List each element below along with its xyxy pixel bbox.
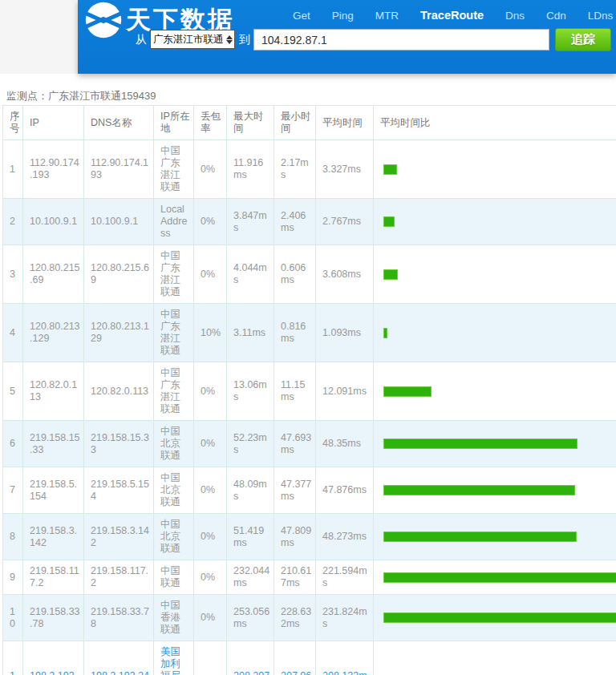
cell-min: 2.17ms [274,140,316,199]
nav-item-ping[interactable]: Ping [332,10,354,22]
bar-clip [383,269,616,280]
cell-no[interactable]: 11 [3,641,23,675]
cell-avg-time-ratio [374,467,616,514]
cell-avg: 1.093ms [316,304,374,362]
cell-min: 47.693ms [274,421,316,467]
cell-avg[interactable]: 208.133ms [316,641,374,675]
cell-no: 5 [3,362,23,421]
cell-loss: 0% [194,467,227,514]
cell-no: 1 [3,140,23,199]
to-label: 到 [239,33,250,47]
cell-avg: 3.608ms [316,245,374,304]
table-row: 7219.158.5.154219.158.5.154中国北京联通0%48.09… [3,467,616,514]
nav-item-mtr[interactable]: MTR [375,10,399,22]
cell-dns: 219.158.5.154 [84,467,154,514]
cell-avg-time-ratio [374,362,616,421]
cell-max: 3.11ms [227,304,274,362]
column-header: 平均时间 [316,106,374,140]
cell-dns: 120.80.213.129 [84,304,154,362]
bar-clip [383,439,616,449]
cell-avg: 12.091ms [316,362,374,421]
monitor-location-select[interactable]: 广东湛江市联通 [150,30,235,49]
cell-loss: 0% [194,421,227,467]
nav-item-ldns[interactable]: LDns [588,10,614,22]
cell-min[interactable]: 207.969ms [274,641,316,675]
from-label: 从 [136,33,147,47]
cell-no: 6 [3,421,23,467]
cell-location[interactable]: 美国加利福尼亚州圣何塞 [154,641,194,675]
column-header: 平均时间比 [374,106,616,140]
cell-no: 7 [3,467,23,514]
table-row: 9219.158.117.2219.158.117.2中国联通0%232.044… [3,560,616,595]
cell-max: 52.23ms [227,421,274,467]
cell-loss: 0% [194,140,227,199]
monitor-point-line: 监测点：广东湛江市联通159439 [6,89,156,103]
page: 天下数据 GetPingMTRTraceRouteDnsCdnLDns 从 广东… [0,0,616,675]
cell-dns: 112.90.174.193 [84,140,154,199]
cell-avg-time-ratio [374,560,616,595]
cell-ip: 219.158.3.142 [23,514,84,560]
cell-ip: 219.158.33.78 [23,595,84,641]
cell-location: 中国北京联通 [154,421,194,467]
cell-min: 2.406ms [274,199,316,245]
table-row: 11198.2.193.242198.2.193.242美国加利福尼亚州圣何塞0… [3,641,616,675]
avg-time-bar [383,612,616,623]
select-spinner-icon [224,35,234,44]
cell-no: 8 [3,514,23,560]
cell-no: 2 [3,199,23,245]
bar-clip [383,485,616,495]
cell-ip: 219.158.117.2 [23,560,84,595]
avg-time-bar [383,328,387,338]
table-row: 10219.158.33.78219.158.33.78中国香港联通0%253.… [3,595,616,641]
avg-time-bar [383,164,397,175]
cell-no: 9 [3,560,23,595]
bar-clip [383,164,616,175]
cell-no: 4 [3,304,23,362]
table-header-row: 序号IPDNS名称IP所在地丢包率最大时间最小时间平均时间平均时间比 [3,106,616,140]
cell-min: 210.617ms [274,560,316,595]
cell-ip: 112.90.174.193 [23,140,84,199]
cell-avg: 221.594ms [316,560,374,595]
table-row: 210.100.9.110.100.9.1Local Address0%3.84… [3,199,616,245]
cell-ip: 219.158.15.33 [23,421,84,467]
cell-min: 47.377ms [274,467,316,514]
avg-time-bar [383,386,432,397]
cell-avg: 48.35ms [316,421,374,467]
cell-avg-time-ratio [374,245,616,304]
nav-item-traceroute[interactable]: TraceRoute [420,9,484,22]
cell-max: 51.419ms [227,514,274,560]
nav-item-cdn[interactable]: Cdn [546,10,566,22]
cell-loss[interactable]: 0% [194,641,227,675]
cell-no: 10 [3,595,23,641]
cell-max: 4.044ms [227,245,274,304]
avg-time-bar [383,439,578,449]
cell-no: 3 [3,245,23,304]
cell-avg: 231.824ms [316,595,374,641]
bar-clip [383,328,616,338]
cell-avg: 3.327ms [316,140,374,199]
cell-loss: 0% [194,245,227,304]
cell-ip[interactable]: 198.2.193.242 [23,641,84,675]
table-row: 8219.158.3.142219.158.3.142中国北京联通0%51.41… [3,514,616,560]
trace-button[interactable]: 追踪 [555,28,611,51]
cell-dns: 219.158.33.78 [84,595,154,641]
cell-loss: 0% [194,362,227,421]
cell-location: 中国广东湛江联通 [154,304,194,362]
target-host-input[interactable] [253,29,549,51]
cell-dns: 219.158.3.142 [84,514,154,560]
cell-max: 13.06ms [227,362,274,421]
cell-location: 中国联通 [154,560,194,595]
cell-avg-time-ratio [374,595,616,641]
cell-avg-time-ratio [374,421,616,467]
table-body: 1112.90.174.193112.90.174.193中国广东湛江联通0%1… [3,140,616,675]
cell-ip: 219.158.5.154 [23,467,84,514]
nav-item-dns[interactable]: Dns [505,10,525,22]
bar-clip [383,386,616,397]
cell-dns[interactable]: 198.2.193.242 [84,641,154,675]
cell-max: 253.056ms [227,595,274,641]
cell-max[interactable]: 208.297ms [227,641,274,675]
avg-time-bar [383,216,395,227]
cell-min: 47.809ms [274,514,316,560]
cell-min: 0.606ms [274,245,316,304]
nav-item-get[interactable]: Get [293,10,310,22]
